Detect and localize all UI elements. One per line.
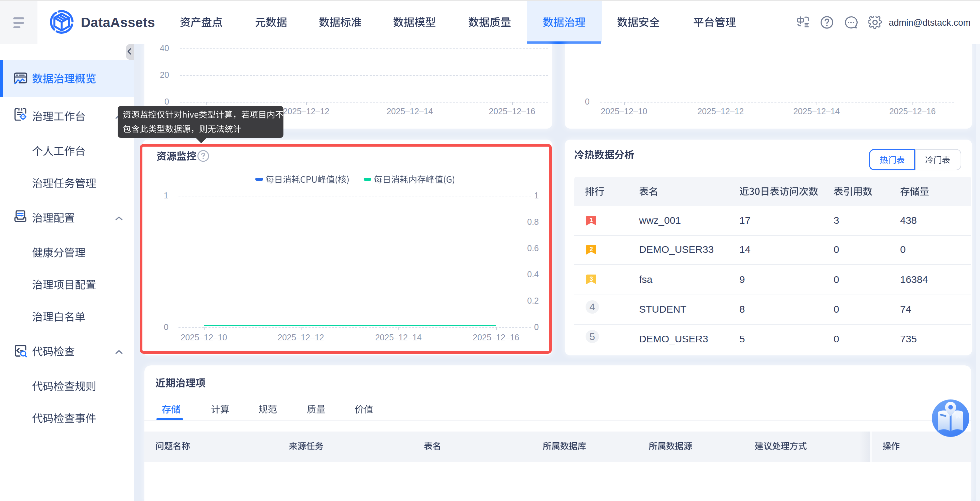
svg-text:1: 1 [590,216,593,223]
svg-text:3: 3 [590,276,593,282]
svg-text:2: 2 [590,246,593,252]
